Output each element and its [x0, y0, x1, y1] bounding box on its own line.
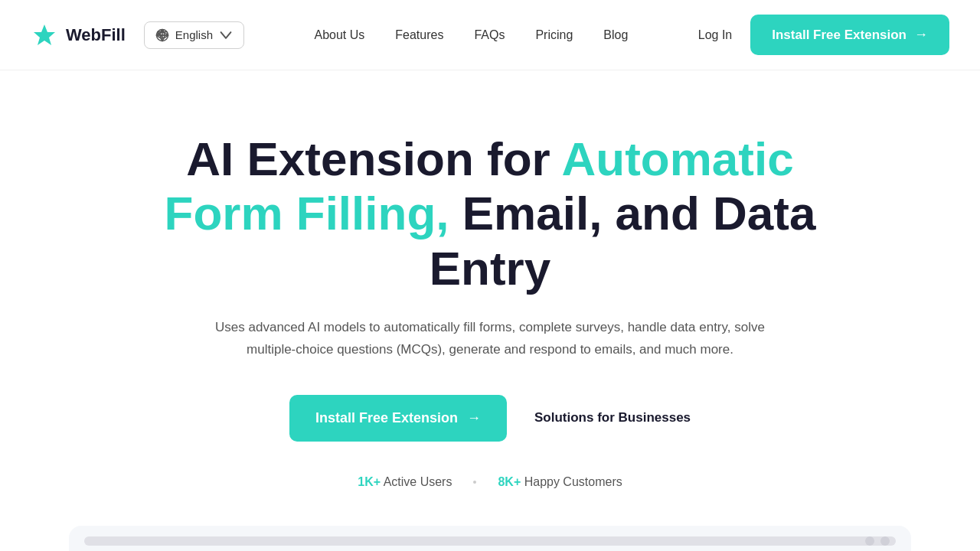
- preview-card: Demo Form: [69, 526, 911, 551]
- stat-users-label: Active Users: [384, 475, 452, 488]
- hero-title-part2: Email, and Data Entry: [430, 187, 816, 294]
- hero-title-part1: AI Extension for: [186, 132, 561, 185]
- hero-title: AI Extension for Automatic Form Filling,…: [145, 132, 835, 295]
- hero-install-label: Install Free Extension: [315, 410, 458, 426]
- stats-row: 1K+ Active Users 8K+ Happy Customers: [358, 475, 622, 489]
- preview-dot-2: [880, 536, 890, 546]
- navbar: WebFill English About Us Features FAQs P…: [0, 0, 980, 70]
- stat-customers: 8K+ Happy Customers: [498, 475, 622, 489]
- stat-users-number: 1K+: [358, 475, 381, 488]
- nav-faqs[interactable]: FAQs: [474, 28, 505, 41]
- hero-subtitle: Uses advanced AI models to automatically…: [199, 317, 781, 361]
- stat-users: 1K+ Active Users: [358, 475, 452, 489]
- nav-install-button[interactable]: Install Free Extension →: [750, 15, 949, 55]
- nav-features[interactable]: Features: [395, 28, 443, 41]
- nav-left: WebFill English: [31, 21, 244, 49]
- preview-browser-bar: [84, 536, 896, 546]
- nav-about[interactable]: About Us: [314, 28, 364, 41]
- stat-customers-number: 8K+: [498, 475, 521, 488]
- hero-arrow-icon: →: [467, 410, 481, 426]
- logo-icon: [31, 21, 58, 49]
- stat-separator: [473, 481, 476, 484]
- language-label: English: [175, 28, 213, 41]
- hero-section: AI Extension for Automatic Form Filling,…: [0, 70, 980, 551]
- nav-install-label: Install Free Extension: [772, 28, 906, 43]
- hero-install-button[interactable]: Install Free Extension →: [289, 395, 507, 442]
- preview-browser-dots: [865, 536, 890, 546]
- hero-cta-group: Install Free Extension → Solutions for B…: [289, 395, 691, 442]
- login-button[interactable]: Log In: [698, 28, 732, 42]
- language-selector[interactable]: English: [144, 21, 244, 49]
- logo-text: WebFill: [66, 25, 126, 45]
- stat-customers-label: Happy Customers: [524, 475, 622, 488]
- preview-dot-1: [865, 536, 874, 546]
- nav-right: Log In Install Free Extension →: [698, 15, 949, 55]
- translate-icon: [155, 28, 169, 42]
- chevron-down-icon: [219, 28, 233, 42]
- solutions-link[interactable]: Solutions for Businesses: [534, 410, 691, 425]
- arrow-right-icon: →: [914, 27, 928, 43]
- logo-link[interactable]: WebFill: [31, 21, 126, 49]
- nav-links: About Us Features FAQs Pricing Blog: [314, 28, 628, 42]
- nav-blog[interactable]: Blog: [603, 28, 628, 41]
- nav-pricing[interactable]: Pricing: [535, 28, 573, 41]
